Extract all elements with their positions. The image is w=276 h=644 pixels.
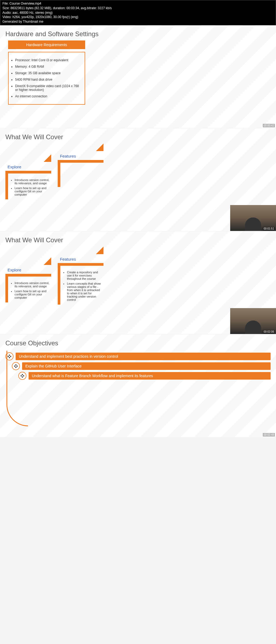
timestamp: 00:02:48: [263, 433, 275, 437]
list-item: Introduces version control, its relevanc…: [15, 281, 50, 288]
features-list: Create a repository and use it for exerc…: [63, 268, 102, 301]
objective-text: Understand and implement best practices …: [16, 353, 271, 360]
audio-line: Audio: aac, 48000 Hz, stereo (eng): [2, 11, 274, 15]
corner-decoration-icon: [44, 257, 51, 265]
requirement-item: An internet connection: [15, 94, 81, 98]
requirement-item: 5400 RPM hard disk drive: [15, 78, 81, 81]
slide-title: Hardware and Software Settings: [0, 25, 276, 40]
explore-column: Explore Introduces version control, its …: [5, 154, 51, 199]
requirement-item: Processor: Intel Core i3 or equivalent: [15, 58, 81, 62]
requirement-item: Memory: 4 GB RAM: [15, 65, 81, 69]
requirement-item: Storage: 35 GB available space: [15, 71, 81, 75]
explore-column: Explore Introduces version control, its …: [5, 257, 51, 302]
slide-cover-2: What We Will Cover Explore Introduces ve…: [0, 231, 276, 334]
file-line: File: Course Overview.mp4: [2, 1, 274, 6]
objective-row: Understand and implement best practices …: [5, 352, 271, 360]
objective-text: Understand what is Feature Branch Workfl…: [29, 372, 271, 380]
slide-hardware-settings: Hardware and Software Settings Hardware …: [0, 25, 276, 128]
slide-objectives: Course Objectives Understand and impleme…: [0, 335, 276, 437]
requirements-list: Processor: Intel Core i3 or equivalent M…: [8, 52, 85, 105]
file-metadata: File: Course Overview.mp4 Size: 86323611…: [0, 0, 276, 25]
column-header: Features: [58, 255, 104, 263]
explore-list: Introduces version control, its relevanc…: [11, 176, 50, 196]
size-line: Size: 86323611 bytes (82.32 MiB), durati…: [2, 6, 274, 11]
list-item: Learn how to set up and configure Git on…: [15, 186, 50, 196]
column-header: Explore: [5, 266, 51, 274]
list-item: Introduces version control, its relevanc…: [15, 178, 50, 185]
list-item: Learn how to set up and configure Git on…: [15, 289, 50, 299]
timestamp: 00:01:51: [263, 227, 275, 230]
corner-decoration-icon: [44, 154, 51, 162]
slide-cover-1: What We Will Cover Explore Introduces ve…: [0, 128, 276, 231]
slide-title: Course Objectives: [0, 335, 276, 350]
curve-decoration: [6, 351, 28, 426]
column-header: Features: [58, 152, 104, 160]
slide-title: What We Will Cover: [0, 128, 276, 144]
features-column: Features: [58, 144, 104, 187]
timestamp: 00:00:42: [263, 124, 275, 127]
explore-list: Introduces version control, its relevanc…: [11, 279, 50, 299]
video-line: Video: h264, yuv420p, 1920x1080, 30.00 f…: [2, 15, 274, 19]
hardware-requirements-box: Hardware Requirements Processor: Intel C…: [8, 40, 85, 105]
column-header: Explore: [5, 163, 51, 171]
corner-decoration-icon: [96, 144, 104, 151]
objective-row: Explain the GitHub User Interface: [12, 362, 271, 370]
timestamp: 00:02:06: [263, 330, 275, 333]
slide-title: What We Will Cover: [0, 231, 276, 247]
list-item: Learn concepts that show various stages …: [67, 282, 102, 301]
generated-line: Generated by Thumbnail me: [2, 19, 274, 24]
features-column: Features Create a repository and use it …: [58, 247, 104, 305]
objective-text: Explain the GitHub User Interface: [22, 362, 271, 370]
corner-decoration-icon: [96, 247, 104, 254]
objective-row: Understand what is Feature Branch Workfl…: [18, 372, 271, 380]
requirement-item: DirectX 9-compatible video card (1024 x …: [15, 84, 81, 92]
list-item: Create a repository and use it for exerc…: [67, 271, 102, 280]
box-header: Hardware Requirements: [8, 40, 85, 49]
